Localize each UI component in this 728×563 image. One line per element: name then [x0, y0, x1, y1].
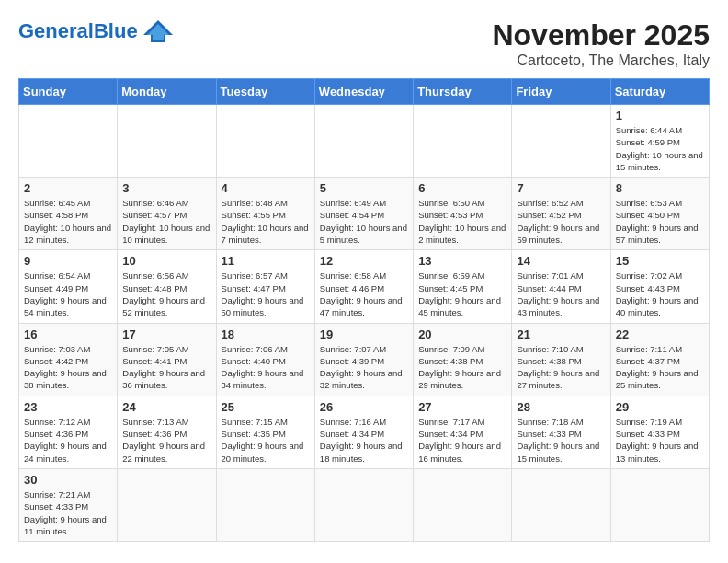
empty-cell — [512, 105, 610, 178]
day-19: 19 Sunrise: 7:07 AMSunset: 4:39 PMDaylig… — [314, 323, 413, 396]
col-monday: Monday — [118, 79, 216, 105]
day-8: 8 Sunrise: 6:53 AMSunset: 4:50 PMDayligh… — [610, 178, 709, 250]
day-9: 9 Sunrise: 6:54 AMSunset: 4:49 PMDayligh… — [19, 250, 118, 323]
empty-cell — [314, 105, 413, 178]
logo-text: GeneralBlue — [18, 20, 138, 42]
day-7: 7 Sunrise: 6:52 AMSunset: 4:52 PMDayligh… — [512, 178, 610, 250]
page-header: GeneralBlue November 2025 Cartoceto, The… — [18, 18, 710, 69]
col-saturday: Saturday — [610, 79, 709, 105]
day-13: 13 Sunrise: 6:59 AMSunset: 4:45 PMDaylig… — [414, 250, 512, 323]
day-6: 6 Sunrise: 6:50 AMSunset: 4:53 PMDayligh… — [414, 178, 512, 250]
col-friday: Friday — [512, 79, 610, 105]
empty-cell — [314, 468, 413, 541]
month-title: November 2025 — [492, 18, 710, 52]
day-24: 24 Sunrise: 7:13 AMSunset: 4:36 PMDaylig… — [118, 396, 216, 468]
day-17: 17 Sunrise: 7:05 AMSunset: 4:41 PMDaylig… — [118, 323, 216, 396]
calendar-header-row: Sunday Monday Tuesday Wednesday Thursday… — [19, 79, 710, 105]
empty-cell — [610, 468, 709, 541]
col-thursday: Thursday — [414, 79, 512, 105]
day-29: 29 Sunrise: 7:19 AMSunset: 4:33 PMDaylig… — [610, 396, 709, 468]
day-15: 15 Sunrise: 7:02 AMSunset: 4:43 PMDaylig… — [610, 250, 709, 323]
logo: GeneralBlue — [18, 18, 175, 44]
empty-cell — [19, 105, 118, 178]
day-23: 23 Sunrise: 7:12 AMSunset: 4:36 PMDaylig… — [19, 396, 118, 468]
day-21: 21 Sunrise: 7:10 AMSunset: 4:38 PMDaylig… — [512, 323, 610, 396]
calendar-week-1: 1 Sunrise: 6:44 AM Sunset: 4:59 PM Dayli… — [19, 105, 710, 178]
day-1: 1 Sunrise: 6:44 AM Sunset: 4:59 PM Dayli… — [610, 105, 709, 178]
logo-icon — [142, 18, 175, 44]
empty-cell — [414, 468, 512, 541]
calendar-table: Sunday Monday Tuesday Wednesday Thursday… — [18, 78, 710, 542]
calendar-week-5: 23 Sunrise: 7:12 AMSunset: 4:36 PMDaylig… — [19, 396, 710, 468]
empty-cell — [216, 468, 314, 541]
location-title: Cartoceto, The Marches, Italy — [492, 52, 710, 69]
calendar-week-6: 30 Sunrise: 7:21 AMSunset: 4:33 PMDaylig… — [19, 468, 710, 541]
day-14: 14 Sunrise: 7:01 AMSunset: 4:44 PMDaylig… — [512, 250, 610, 323]
calendar-week-3: 9 Sunrise: 6:54 AMSunset: 4:49 PMDayligh… — [19, 250, 710, 323]
day-26: 26 Sunrise: 7:16 AMSunset: 4:34 PMDaylig… — [314, 396, 413, 468]
empty-cell — [414, 105, 512, 178]
day-20: 20 Sunrise: 7:09 AMSunset: 4:38 PMDaylig… — [414, 323, 512, 396]
day-25: 25 Sunrise: 7:15 AMSunset: 4:35 PMDaylig… — [216, 396, 314, 468]
day-16: 16 Sunrise: 7:03 AMSunset: 4:42 PMDaylig… — [19, 323, 118, 396]
empty-cell — [118, 105, 216, 178]
day-30: 30 Sunrise: 7:21 AMSunset: 4:33 PMDaylig… — [19, 468, 118, 541]
day-11: 11 Sunrise: 6:57 AMSunset: 4:47 PMDaylig… — [216, 250, 314, 323]
day-27: 27 Sunrise: 7:17 AMSunset: 4:34 PMDaylig… — [414, 396, 512, 468]
svg-marker-1 — [147, 24, 169, 40]
calendar-week-4: 16 Sunrise: 7:03 AMSunset: 4:42 PMDaylig… — [19, 323, 710, 396]
title-area: November 2025 Cartoceto, The Marches, It… — [492, 18, 710, 69]
day-3: 3 Sunrise: 6:46 AMSunset: 4:57 PMDayligh… — [118, 178, 216, 250]
day-18: 18 Sunrise: 7:06 AMSunset: 4:40 PMDaylig… — [216, 323, 314, 396]
day-10: 10 Sunrise: 6:56 AMSunset: 4:48 PMDaylig… — [118, 250, 216, 323]
calendar-week-2: 2 Sunrise: 6:45 AMSunset: 4:58 PMDayligh… — [19, 178, 710, 250]
day-28: 28 Sunrise: 7:18 AMSunset: 4:33 PMDaylig… — [512, 396, 610, 468]
empty-cell — [118, 468, 216, 541]
col-tuesday: Tuesday — [216, 79, 314, 105]
day-2: 2 Sunrise: 6:45 AMSunset: 4:58 PMDayligh… — [19, 178, 118, 250]
day-4: 4 Sunrise: 6:48 AMSunset: 4:55 PMDayligh… — [216, 178, 314, 250]
day-22: 22 Sunrise: 7:11 AMSunset: 4:37 PMDaylig… — [610, 323, 709, 396]
empty-cell — [216, 105, 314, 178]
col-sunday: Sunday — [19, 79, 118, 105]
day-5: 5 Sunrise: 6:49 AMSunset: 4:54 PMDayligh… — [314, 178, 413, 250]
col-wednesday: Wednesday — [314, 79, 413, 105]
empty-cell — [512, 468, 610, 541]
day-12: 12 Sunrise: 6:58 AMSunset: 4:46 PMDaylig… — [314, 250, 413, 323]
